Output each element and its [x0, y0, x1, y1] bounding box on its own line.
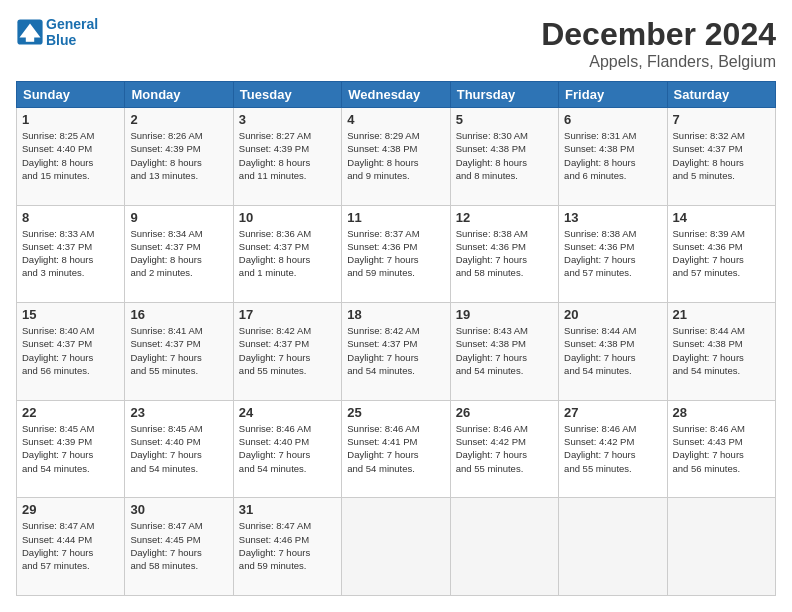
week-row: 1Sunrise: 8:25 AMSunset: 4:40 PMDaylight… [17, 108, 776, 206]
table-row: 17Sunrise: 8:42 AMSunset: 4:37 PMDayligh… [233, 303, 341, 401]
table-row: 30Sunrise: 8:47 AMSunset: 4:45 PMDayligh… [125, 498, 233, 596]
table-row: 19Sunrise: 8:43 AMSunset: 4:38 PMDayligh… [450, 303, 558, 401]
table-row: 21Sunrise: 8:44 AMSunset: 4:38 PMDayligh… [667, 303, 775, 401]
table-row: 7Sunrise: 8:32 AMSunset: 4:37 PMDaylight… [667, 108, 775, 206]
col-monday: Monday [125, 82, 233, 108]
table-row: 25Sunrise: 8:46 AMSunset: 4:41 PMDayligh… [342, 400, 450, 498]
table-row: 26Sunrise: 8:46 AMSunset: 4:42 PMDayligh… [450, 400, 558, 498]
table-row [450, 498, 558, 596]
col-wednesday: Wednesday [342, 82, 450, 108]
table-row: 24Sunrise: 8:46 AMSunset: 4:40 PMDayligh… [233, 400, 341, 498]
table-row: 3Sunrise: 8:27 AMSunset: 4:39 PMDaylight… [233, 108, 341, 206]
subtitle: Appels, Flanders, Belgium [541, 53, 776, 71]
table-row: 29Sunrise: 8:47 AMSunset: 4:44 PMDayligh… [17, 498, 125, 596]
table-row: 20Sunrise: 8:44 AMSunset: 4:38 PMDayligh… [559, 303, 667, 401]
week-row: 8Sunrise: 8:33 AMSunset: 4:37 PMDaylight… [17, 205, 776, 303]
col-tuesday: Tuesday [233, 82, 341, 108]
table-row [342, 498, 450, 596]
table-row: 14Sunrise: 8:39 AMSunset: 4:36 PMDayligh… [667, 205, 775, 303]
table-row: 5Sunrise: 8:30 AMSunset: 4:38 PMDaylight… [450, 108, 558, 206]
col-sunday: Sunday [17, 82, 125, 108]
table-row: 8Sunrise: 8:33 AMSunset: 4:37 PMDaylight… [17, 205, 125, 303]
table-row: 18Sunrise: 8:42 AMSunset: 4:37 PMDayligh… [342, 303, 450, 401]
table-row: 13Sunrise: 8:38 AMSunset: 4:36 PMDayligh… [559, 205, 667, 303]
table-row: 4Sunrise: 8:29 AMSunset: 4:38 PMDaylight… [342, 108, 450, 206]
header: General Blue December 2024 Appels, Fland… [16, 16, 776, 71]
table-row: 15Sunrise: 8:40 AMSunset: 4:37 PMDayligh… [17, 303, 125, 401]
col-saturday: Saturday [667, 82, 775, 108]
table-row: 10Sunrise: 8:36 AMSunset: 4:37 PMDayligh… [233, 205, 341, 303]
table-row: 31Sunrise: 8:47 AMSunset: 4:46 PMDayligh… [233, 498, 341, 596]
calendar-table: Sunday Monday Tuesday Wednesday Thursday… [16, 81, 776, 596]
week-row: 29Sunrise: 8:47 AMSunset: 4:44 PMDayligh… [17, 498, 776, 596]
col-friday: Friday [559, 82, 667, 108]
week-row: 15Sunrise: 8:40 AMSunset: 4:37 PMDayligh… [17, 303, 776, 401]
table-row: 27Sunrise: 8:46 AMSunset: 4:42 PMDayligh… [559, 400, 667, 498]
table-row: 22Sunrise: 8:45 AMSunset: 4:39 PMDayligh… [17, 400, 125, 498]
calendar-page: General Blue December 2024 Appels, Fland… [0, 0, 792, 612]
table-row: 16Sunrise: 8:41 AMSunset: 4:37 PMDayligh… [125, 303, 233, 401]
title-section: December 2024 Appels, Flanders, Belgium [541, 16, 776, 71]
header-row: Sunday Monday Tuesday Wednesday Thursday… [17, 82, 776, 108]
col-thursday: Thursday [450, 82, 558, 108]
table-row: 6Sunrise: 8:31 AMSunset: 4:38 PMDaylight… [559, 108, 667, 206]
table-row: 2Sunrise: 8:26 AMSunset: 4:39 PMDaylight… [125, 108, 233, 206]
table-row [559, 498, 667, 596]
svg-rect-2 [26, 35, 34, 42]
table-row: 9Sunrise: 8:34 AMSunset: 4:37 PMDaylight… [125, 205, 233, 303]
logo-text: General Blue [46, 16, 98, 48]
table-row: 28Sunrise: 8:46 AMSunset: 4:43 PMDayligh… [667, 400, 775, 498]
table-row: 12Sunrise: 8:38 AMSunset: 4:36 PMDayligh… [450, 205, 558, 303]
table-row: 23Sunrise: 8:45 AMSunset: 4:40 PMDayligh… [125, 400, 233, 498]
table-row: 1Sunrise: 8:25 AMSunset: 4:40 PMDaylight… [17, 108, 125, 206]
week-row: 22Sunrise: 8:45 AMSunset: 4:39 PMDayligh… [17, 400, 776, 498]
logo: General Blue [16, 16, 98, 48]
main-title: December 2024 [541, 16, 776, 53]
logo-icon [16, 18, 44, 46]
table-row [667, 498, 775, 596]
table-row: 11Sunrise: 8:37 AMSunset: 4:36 PMDayligh… [342, 205, 450, 303]
calendar-body: 1Sunrise: 8:25 AMSunset: 4:40 PMDaylight… [17, 108, 776, 596]
